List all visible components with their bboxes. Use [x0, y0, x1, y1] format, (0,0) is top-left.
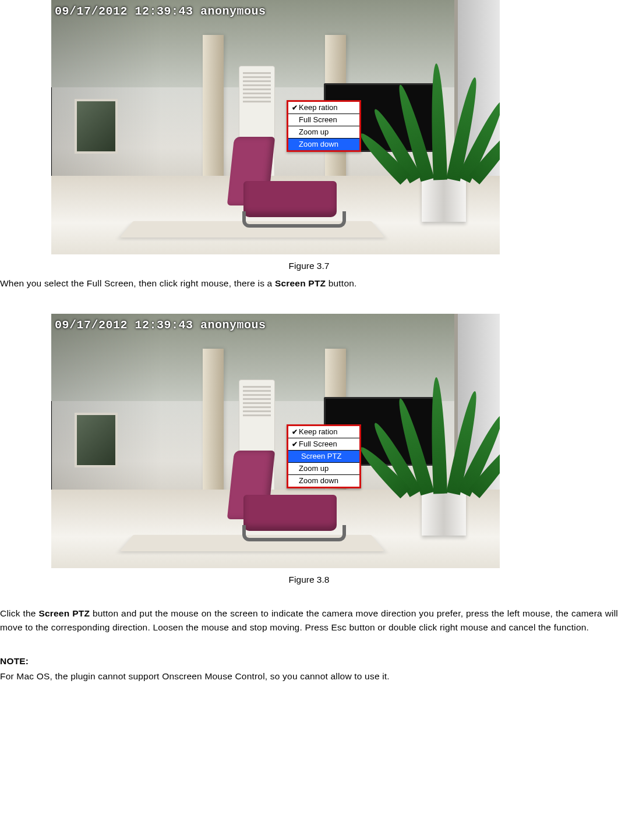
menu-label: Zoom up	[299, 126, 329, 138]
menu-label: Zoom down	[299, 475, 338, 487]
note-heading: NOTE:	[0, 654, 618, 668]
paragraph-screen-ptz-instructions: Click the Screen PTZ button and put the …	[0, 607, 618, 635]
menu-label: Full Screen	[299, 438, 337, 450]
menu-item-screen-ptz[interactable]: Screen PTZ	[288, 451, 359, 463]
bold-screen-ptz: Screen PTZ	[38, 608, 90, 618]
menu-item-zoom-down[interactable]: Zoom down	[288, 139, 359, 150]
menu-label: Screen PTZ	[301, 451, 341, 462]
menu-item-zoom-down[interactable]: Zoom down	[288, 475, 359, 487]
context-menu-fig-3-8[interactable]: ✔ Keep ration ✔ Full Screen Screen PTZ Z…	[287, 424, 361, 488]
check-icon: ✔	[291, 102, 299, 114]
check-icon: ✔	[291, 427, 299, 438]
check-icon: ✔	[291, 439, 299, 450]
bold-screen-ptz: Screen PTZ	[275, 278, 326, 288]
menu-label: Keep ration	[299, 426, 338, 438]
menu-item-zoom-up[interactable]: Zoom up	[288, 463, 359, 475]
menu-label: Zoom up	[299, 463, 329, 474]
osd-timestamp: 09/17/2012 12:39:43 anonymous	[55, 2, 266, 20]
menu-label: Keep ration	[299, 102, 338, 114]
menu-item-zoom-up[interactable]: Zoom up	[288, 126, 359, 139]
menu-label: Zoom down	[299, 139, 338, 150]
plant-decor	[393, 58, 492, 180]
paragraph-after-fig-3-7: When you select the Full Screen, then cl…	[0, 277, 618, 290]
plant-decor	[393, 371, 492, 494]
menu-label: Full Screen	[299, 114, 337, 126]
camera-view-figure-3-7: 09/17/2012 12:39:43 anonymous ✔ Keep rat…	[51, 0, 500, 254]
figure-caption-3-8: Figure 3.8	[0, 573, 618, 587]
menu-item-full-screen[interactable]: Full Screen	[288, 114, 359, 126]
osd-timestamp: 09/17/2012 12:39:43 anonymous	[55, 316, 266, 334]
camera-view-figure-3-8: 09/17/2012 12:39:43 anonymous ✔ Keep rat…	[51, 314, 500, 568]
menu-item-full-screen[interactable]: ✔ Full Screen	[288, 438, 359, 451]
menu-item-keep-ration[interactable]: ✔ Keep ration	[288, 426, 359, 438]
note-body: For Mac OS, the plugin cannot support On…	[0, 669, 618, 683]
figure-caption-3-7: Figure 3.7	[0, 259, 618, 273]
menu-item-keep-ration[interactable]: ✔ Keep ration	[288, 102, 359, 114]
context-menu-fig-3-7[interactable]: ✔ Keep ration Full Screen Zoom up Zoom d…	[287, 100, 361, 152]
